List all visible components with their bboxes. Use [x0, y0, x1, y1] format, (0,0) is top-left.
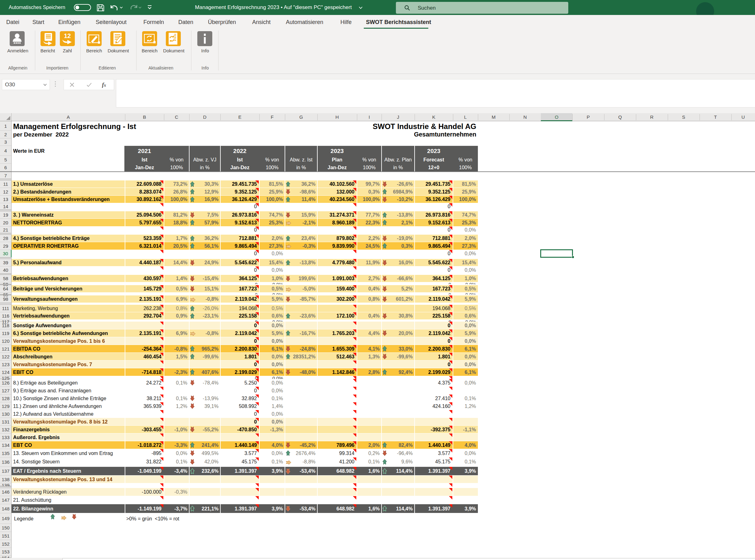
svg-text:12: 12 [64, 33, 71, 39]
